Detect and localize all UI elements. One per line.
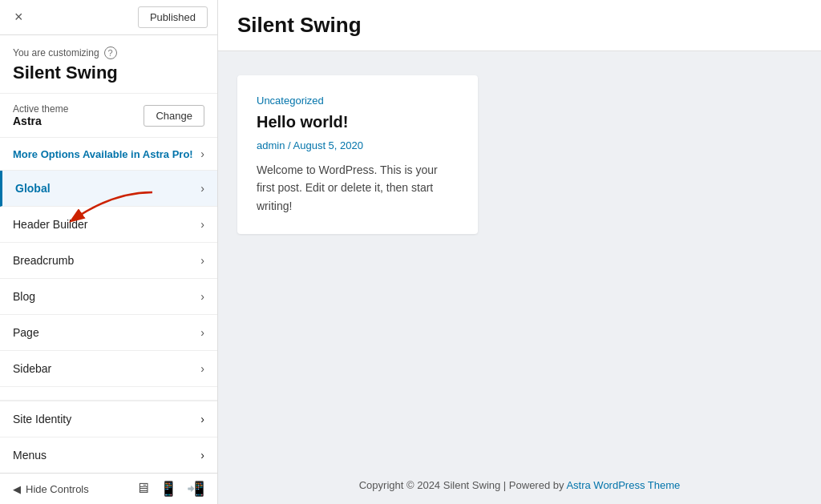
menu-item-page-label: Page [13,326,39,339]
active-theme-info: Active theme Astra [13,103,68,127]
menu-item-global-chevron-icon: › [200,182,204,195]
menu-item-global-label: Global [15,182,51,195]
menu-item-sidebar-label: Sidebar [13,362,51,375]
menus-label: Menus [13,449,47,462]
bottom-section: Site Identity › Menus › ◀ Hide Controls … [0,401,217,504]
change-theme-button[interactable]: Change [144,105,204,127]
menu-item-header-builder[interactable]: Header Builder › [0,207,217,243]
post-category: Uncategorized [257,95,459,107]
top-bar: × Published [0,0,217,35]
menu-item-sidebar-chevron-icon: › [200,362,204,375]
mobile-icon[interactable]: 📲 [187,480,204,498]
menu-items-list: Global › Header Builder › Breadcrumb › B… [0,171,217,401]
menu-item-blog-label: Blog [13,290,35,303]
help-icon[interactable]: ? [104,46,117,59]
customizing-text: You are customizing [13,47,99,58]
menu-item-breadcrumb[interactable]: Breadcrumb › [0,243,217,279]
sidebar: × Published You are customizing ? Silent… [0,0,218,504]
menu-item-global[interactable]: Global › [0,171,217,207]
active-theme-row: Active theme Astra Change [0,94,217,138]
footer-link[interactable]: Astra WordPress Theme [566,479,680,491]
site-identity-chevron-icon: › [200,413,204,425]
device-icons-group: 🖥 📱 📲 [135,480,204,498]
menu-item-sidebar[interactable]: Sidebar › [0,351,217,387]
hide-controls-label: Hide Controls [26,483,89,495]
menu-item-blog-chevron-icon: › [200,290,204,303]
preview-footer: Copyright © 2024 Silent Swing | Powered … [218,466,821,504]
preview-site-title: Silent Swing [237,13,802,38]
hide-controls-bar: ◀ Hide Controls 🖥 📱 📲 [0,473,217,504]
menu-item-breadcrumb-label: Breadcrumb [13,254,74,267]
menu-item-page[interactable]: Page › [0,315,217,351]
menu-item-header-builder-chevron-icon: › [200,218,204,231]
preview-header: Silent Swing [218,0,821,51]
preview-area: Uncategorized Hello world! admin / Augus… [218,51,821,466]
site-identity-label: Site Identity [13,413,71,425]
main-content: Silent Swing Uncategorized Hello world! … [218,0,821,504]
hide-controls-arrow-icon: ◀ [13,483,21,495]
menu-item-menus[interactable]: Menus › [0,437,217,473]
astra-pro-text: More Options Available in Astra Pro! [13,148,193,160]
footer-text: Copyright © 2024 Silent Swing | Powered … [359,479,567,491]
close-button[interactable]: × [10,6,28,29]
customizing-label: You are customizing ? [13,46,204,59]
active-theme-label: Active theme [13,103,68,115]
site-name-title: Silent Swing [13,62,204,83]
post-card: Uncategorized Hello world! admin / Augus… [237,75,478,234]
menu-item-footer-builder[interactable]: Footer Builder › [0,387,217,401]
hide-controls-button[interactable]: ◀ Hide Controls [13,483,89,495]
post-title: Hello world! [257,113,459,131]
desktop-icon[interactable]: 🖥 [135,480,150,498]
menus-chevron-icon: › [200,449,204,462]
menu-item-site-identity[interactable]: Site Identity › [0,401,217,437]
menu-item-blog[interactable]: Blog › [0,279,217,315]
tablet-icon[interactable]: 📱 [160,480,177,498]
menu-item-header-builder-label: Header Builder [13,218,87,231]
post-meta: admin / August 5, 2020 [257,139,459,151]
published-button[interactable]: Published [138,6,208,28]
menu-item-page-chevron-icon: › [200,326,204,339]
astra-pro-banner[interactable]: More Options Available in Astra Pro! › [0,138,217,171]
menu-item-breadcrumb-chevron-icon: › [200,254,204,267]
active-theme-name: Astra [13,115,68,127]
post-excerpt: Welcome to WordPress. This is your first… [257,161,459,215]
customizing-info: You are customizing ? Silent Swing [0,35,217,94]
astra-pro-chevron-icon: › [200,147,204,160]
